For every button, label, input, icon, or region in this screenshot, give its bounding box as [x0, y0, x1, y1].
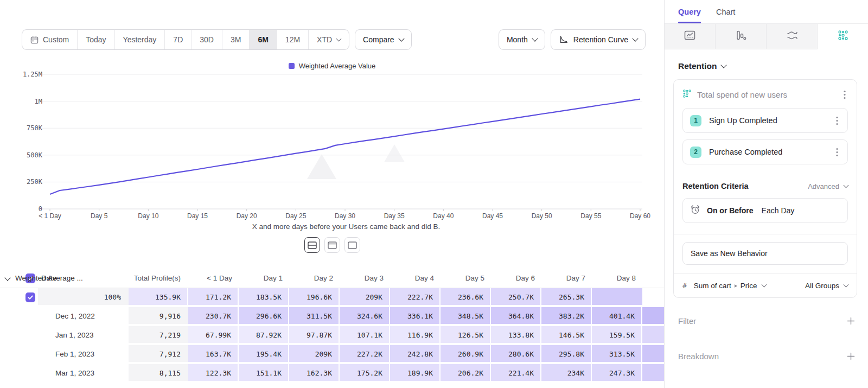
behavior-step[interactable]: 2Purchase Completed [682, 139, 848, 164]
range-button-12m[interactable]: 12M [277, 30, 309, 49]
row-label-cell: Feb 1, 2023 [38, 345, 129, 363]
tab-flows[interactable] [767, 24, 818, 49]
timing-selector[interactable]: On or Before Each Day [682, 198, 848, 223]
view-toggle-table-top[interactable] [324, 237, 340, 253]
chart-legend[interactable]: Weighted Average Value [0, 62, 664, 70]
date-range-control: CustomTodayYesterday7D30D3M6M12MXTD [22, 29, 349, 50]
granularity-dropdown[interactable]: Month [499, 29, 545, 50]
retention-curve-icon [559, 35, 569, 44]
range-label: 30D [200, 35, 214, 44]
value-cell: 383.2K [541, 307, 592, 325]
y-axis-label: 250K [4, 178, 42, 186]
retention-table: DateTotal Profile(s)< 1 DayDay 1Day 2Day… [0, 269, 664, 383]
range-button-yesterday[interactable]: Yesterday [115, 30, 165, 49]
compare-label: Compare [363, 35, 394, 44]
value-cell: 247.3K [592, 364, 642, 382]
y-axis-label: 750K [4, 124, 42, 132]
tab-insights[interactable] [665, 24, 716, 49]
range-button-custom[interactable]: Custom [22, 30, 78, 49]
x-axis-caption: X and more days before your Users came b… [50, 222, 642, 231]
timing-mode-label: On or Before [707, 206, 754, 215]
range-button-7d[interactable]: 7D [165, 30, 192, 49]
funnels-icon [735, 30, 746, 43]
row-checkbox-cell [0, 345, 38, 363]
tab-query[interactable]: Query [678, 0, 701, 23]
value-cell: 222.7K [390, 288, 441, 306]
value-cell: 97.87K [289, 326, 340, 344]
chevron-down-icon [398, 35, 404, 41]
flows-icon [786, 30, 798, 43]
range-button-xtd[interactable]: XTD [309, 30, 349, 49]
row-label-cell: Jan 1, 2023 [38, 326, 129, 344]
chevron-down-icon[interactable] [4, 275, 10, 281]
retention-icon [838, 30, 848, 43]
behavior-step[interactable]: 1Sign Up Completed [682, 108, 848, 133]
x-axis-label: Day 30 [335, 212, 355, 220]
report-toolbar: CustomTodayYesterday7D30D3M6M12MXTD Comp… [22, 29, 646, 50]
value-cell: 221.4K [491, 364, 541, 382]
add-breakdown-button[interactable] [847, 352, 855, 360]
step-label: Sign Up Completed [709, 116, 834, 125]
behavior-icon [682, 89, 692, 100]
chevron-down-icon [761, 282, 767, 288]
view-toggle-table-only[interactable] [344, 237, 360, 253]
retention-criteria-label: Retention Criteria [682, 182, 749, 190]
y-axis-label: 0 [4, 205, 42, 213]
chevron-down-icon [336, 36, 342, 41]
group-selector-dropdown[interactable]: All Groups [805, 282, 848, 290]
row-checkbox[interactable] [25, 292, 35, 302]
range-button-30d[interactable]: 30D [192, 30, 222, 49]
value-cell: 234K [541, 364, 592, 382]
value-cell: 280.6K [491, 345, 541, 363]
x-axis-label: Day 5 [91, 212, 107, 220]
row-checkbox-cell [0, 364, 38, 382]
compare-button[interactable]: Compare [355, 29, 412, 50]
breakdown-label: Breakdown [678, 352, 719, 361]
chart-type-dropdown[interactable]: Retention Curve [551, 29, 646, 50]
breakdown-section: Breakdown [678, 352, 855, 361]
report-kind-dropdown[interactable]: Retention [678, 61, 868, 71]
view-toggle-chart-and-table[interactable] [304, 237, 320, 253]
value-cell: 135.9K [129, 288, 188, 306]
step-number-badge: 2 [690, 147, 701, 158]
range-button-3m[interactable]: 3M [222, 30, 250, 49]
range-button-today[interactable]: Today [78, 30, 114, 49]
criteria-mode-label: Advanced [808, 182, 839, 190]
save-as-new-behavior-button[interactable]: Save as New Behavior [682, 242, 848, 265]
alarm-clock-icon [690, 205, 700, 217]
criteria-mode-dropdown[interactable]: Advanced [808, 182, 848, 190]
table-row: Dec 1, 20229,916230.7K296.6K311.5K324.6K… [0, 307, 664, 326]
add-filter-button[interactable] [847, 317, 855, 325]
total-profiles-cell: 7,912 [129, 345, 188, 363]
value-cell: 196.6K [289, 288, 340, 306]
x-axis-label: Day 40 [433, 212, 454, 220]
row-label-cell: Dec 1, 2022 [38, 307, 129, 325]
chevron-down-icon [532, 35, 538, 41]
y-axis-label: 1M [4, 98, 42, 105]
range-label: 6M [258, 35, 268, 44]
range-button-6m[interactable]: 6M [250, 30, 277, 49]
divider [674, 234, 857, 234]
view-toggle-group [0, 237, 664, 253]
x-axis-label: Day 60 [630, 212, 650, 220]
legend-swatch [289, 63, 295, 69]
tab-funnels[interactable] [716, 24, 767, 49]
toolbar-right-group: Month Retention Curve [499, 29, 646, 50]
tab-chart[interactable]: Chart [716, 0, 735, 23]
kebab-menu-icon[interactable] [834, 147, 840, 158]
range-label: 3M [231, 35, 241, 44]
tab-retention[interactable] [818, 24, 868, 49]
value-cell: 159.5K [592, 326, 642, 344]
value-cell: 209K [340, 288, 390, 306]
value-cell: 87.92K [239, 326, 289, 344]
total-profiles-cell: 8,115 [129, 364, 188, 382]
row-checkbox-cell [0, 326, 38, 344]
kebab-menu-icon[interactable] [841, 89, 848, 100]
measure-subproperty-label[interactable]: Price [741, 282, 757, 290]
value-cell: 230.7K [188, 307, 239, 325]
x-axis-label: Day 50 [532, 212, 552, 220]
x-axis-label: Day 15 [187, 212, 208, 220]
value-cell-cutoff [642, 326, 664, 344]
measure-property-dropdown[interactable]: Sum of cart [694, 282, 731, 290]
kebab-menu-icon[interactable] [834, 115, 840, 126]
